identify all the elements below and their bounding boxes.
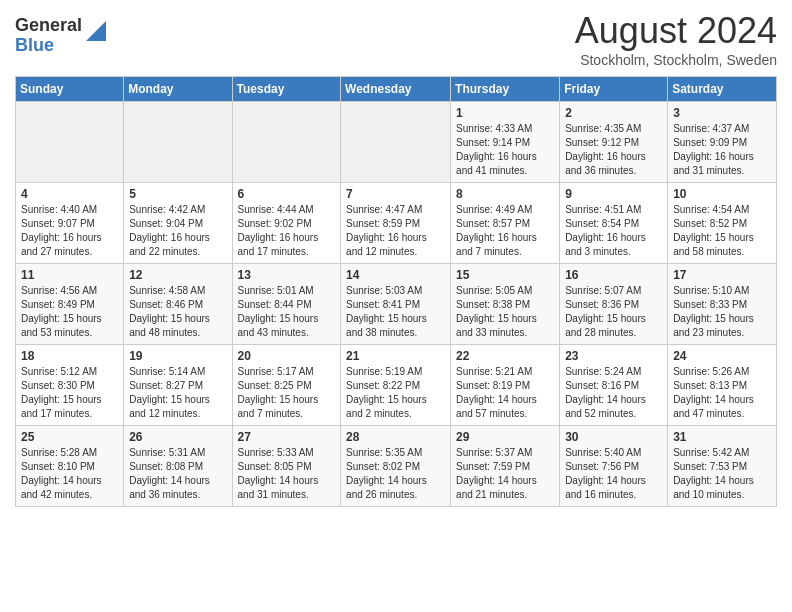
day-number: 6 <box>238 187 336 201</box>
day-info: Sunrise: 5:37 AM Sunset: 7:59 PM Dayligh… <box>456 446 554 502</box>
day-number: 3 <box>673 106 771 120</box>
weekday-header-tuesday: Tuesday <box>232 77 341 102</box>
day-number: 14 <box>346 268 445 282</box>
calendar-header: SundayMondayTuesdayWednesdayThursdayFrid… <box>16 77 777 102</box>
calendar-cell: 27Sunrise: 5:33 AM Sunset: 8:05 PM Dayli… <box>232 426 341 507</box>
day-number: 31 <box>673 430 771 444</box>
day-number: 21 <box>346 349 445 363</box>
calendar-cell: 25Sunrise: 5:28 AM Sunset: 8:10 PM Dayli… <box>16 426 124 507</box>
day-info: Sunrise: 5:31 AM Sunset: 8:08 PM Dayligh… <box>129 446 226 502</box>
day-info: Sunrise: 4:35 AM Sunset: 9:12 PM Dayligh… <box>565 122 662 178</box>
day-info: Sunrise: 5:05 AM Sunset: 8:38 PM Dayligh… <box>456 284 554 340</box>
day-number: 28 <box>346 430 445 444</box>
day-info: Sunrise: 4:44 AM Sunset: 9:02 PM Dayligh… <box>238 203 336 259</box>
day-number: 29 <box>456 430 554 444</box>
day-number: 22 <box>456 349 554 363</box>
day-info: Sunrise: 4:42 AM Sunset: 9:04 PM Dayligh… <box>129 203 226 259</box>
day-number: 9 <box>565 187 662 201</box>
calendar-cell: 31Sunrise: 5:42 AM Sunset: 7:53 PM Dayli… <box>668 426 777 507</box>
day-info: Sunrise: 5:03 AM Sunset: 8:41 PM Dayligh… <box>346 284 445 340</box>
day-info: Sunrise: 5:14 AM Sunset: 8:27 PM Dayligh… <box>129 365 226 421</box>
day-info: Sunrise: 5:12 AM Sunset: 8:30 PM Dayligh… <box>21 365 118 421</box>
calendar-week-row: 18Sunrise: 5:12 AM Sunset: 8:30 PM Dayli… <box>16 345 777 426</box>
weekday-header-saturday: Saturday <box>668 77 777 102</box>
day-number: 4 <box>21 187 118 201</box>
day-info: Sunrise: 4:51 AM Sunset: 8:54 PM Dayligh… <box>565 203 662 259</box>
day-number: 16 <box>565 268 662 282</box>
calendar-cell: 13Sunrise: 5:01 AM Sunset: 8:44 PM Dayli… <box>232 264 341 345</box>
calendar-cell: 30Sunrise: 5:40 AM Sunset: 7:56 PM Dayli… <box>560 426 668 507</box>
weekday-header-row: SundayMondayTuesdayWednesdayThursdayFrid… <box>16 77 777 102</box>
calendar-cell: 19Sunrise: 5:14 AM Sunset: 8:27 PM Dayli… <box>124 345 232 426</box>
header: General Blue August 2024 Stockholm, Stoc… <box>15 10 777 68</box>
day-info: Sunrise: 5:01 AM Sunset: 8:44 PM Dayligh… <box>238 284 336 340</box>
day-number: 24 <box>673 349 771 363</box>
day-number: 15 <box>456 268 554 282</box>
calendar-cell <box>232 102 341 183</box>
calendar-cell: 29Sunrise: 5:37 AM Sunset: 7:59 PM Dayli… <box>451 426 560 507</box>
logo-icon <box>86 21 106 41</box>
calendar-cell: 12Sunrise: 4:58 AM Sunset: 8:46 PM Dayli… <box>124 264 232 345</box>
day-number: 13 <box>238 268 336 282</box>
weekday-header-friday: Friday <box>560 77 668 102</box>
day-info: Sunrise: 5:42 AM Sunset: 7:53 PM Dayligh… <box>673 446 771 502</box>
calendar-cell: 7Sunrise: 4:47 AM Sunset: 8:59 PM Daylig… <box>341 183 451 264</box>
day-number: 27 <box>238 430 336 444</box>
calendar-cell: 5Sunrise: 4:42 AM Sunset: 9:04 PM Daylig… <box>124 183 232 264</box>
day-number: 10 <box>673 187 771 201</box>
calendar-cell: 21Sunrise: 5:19 AM Sunset: 8:22 PM Dayli… <box>341 345 451 426</box>
day-number: 20 <box>238 349 336 363</box>
day-info: Sunrise: 5:19 AM Sunset: 8:22 PM Dayligh… <box>346 365 445 421</box>
calendar-cell: 9Sunrise: 4:51 AM Sunset: 8:54 PM Daylig… <box>560 183 668 264</box>
calendar-cell: 3Sunrise: 4:37 AM Sunset: 9:09 PM Daylig… <box>668 102 777 183</box>
title-area: August 2024 Stockholm, Stockholm, Sweden <box>575 10 777 68</box>
day-number: 1 <box>456 106 554 120</box>
day-number: 7 <box>346 187 445 201</box>
day-number: 17 <box>673 268 771 282</box>
day-info: Sunrise: 5:26 AM Sunset: 8:13 PM Dayligh… <box>673 365 771 421</box>
day-info: Sunrise: 4:37 AM Sunset: 9:09 PM Dayligh… <box>673 122 771 178</box>
calendar-cell: 28Sunrise: 5:35 AM Sunset: 8:02 PM Dayli… <box>341 426 451 507</box>
calendar-cell: 23Sunrise: 5:24 AM Sunset: 8:16 PM Dayli… <box>560 345 668 426</box>
calendar-cell: 6Sunrise: 4:44 AM Sunset: 9:02 PM Daylig… <box>232 183 341 264</box>
location-subtitle: Stockholm, Stockholm, Sweden <box>575 52 777 68</box>
svg-marker-0 <box>86 21 106 41</box>
calendar-cell: 10Sunrise: 4:54 AM Sunset: 8:52 PM Dayli… <box>668 183 777 264</box>
calendar-cell: 20Sunrise: 5:17 AM Sunset: 8:25 PM Dayli… <box>232 345 341 426</box>
day-info: Sunrise: 4:40 AM Sunset: 9:07 PM Dayligh… <box>21 203 118 259</box>
day-number: 25 <box>21 430 118 444</box>
logo: General Blue <box>15 16 106 56</box>
day-info: Sunrise: 4:49 AM Sunset: 8:57 PM Dayligh… <box>456 203 554 259</box>
calendar-cell <box>124 102 232 183</box>
calendar-table: SundayMondayTuesdayWednesdayThursdayFrid… <box>15 76 777 507</box>
weekday-header-monday: Monday <box>124 77 232 102</box>
day-number: 2 <box>565 106 662 120</box>
calendar-week-row: 25Sunrise: 5:28 AM Sunset: 8:10 PM Dayli… <box>16 426 777 507</box>
day-number: 19 <box>129 349 226 363</box>
day-number: 30 <box>565 430 662 444</box>
day-number: 12 <box>129 268 226 282</box>
day-number: 11 <box>21 268 118 282</box>
day-info: Sunrise: 5:21 AM Sunset: 8:19 PM Dayligh… <box>456 365 554 421</box>
day-number: 8 <box>456 187 554 201</box>
calendar-cell: 17Sunrise: 5:10 AM Sunset: 8:33 PM Dayli… <box>668 264 777 345</box>
calendar-cell: 15Sunrise: 5:05 AM Sunset: 8:38 PM Dayli… <box>451 264 560 345</box>
calendar-week-row: 4Sunrise: 4:40 AM Sunset: 9:07 PM Daylig… <box>16 183 777 264</box>
calendar-week-row: 1Sunrise: 4:33 AM Sunset: 9:14 PM Daylig… <box>16 102 777 183</box>
calendar-cell: 16Sunrise: 5:07 AM Sunset: 8:36 PM Dayli… <box>560 264 668 345</box>
day-info: Sunrise: 4:47 AM Sunset: 8:59 PM Dayligh… <box>346 203 445 259</box>
day-info: Sunrise: 4:58 AM Sunset: 8:46 PM Dayligh… <box>129 284 226 340</box>
weekday-header-sunday: Sunday <box>16 77 124 102</box>
calendar-cell: 26Sunrise: 5:31 AM Sunset: 8:08 PM Dayli… <box>124 426 232 507</box>
calendar-cell <box>341 102 451 183</box>
day-info: Sunrise: 5:28 AM Sunset: 8:10 PM Dayligh… <box>21 446 118 502</box>
calendar-cell: 4Sunrise: 4:40 AM Sunset: 9:07 PM Daylig… <box>16 183 124 264</box>
day-number: 26 <box>129 430 226 444</box>
calendar-cell: 18Sunrise: 5:12 AM Sunset: 8:30 PM Dayli… <box>16 345 124 426</box>
calendar-cell: 8Sunrise: 4:49 AM Sunset: 8:57 PM Daylig… <box>451 183 560 264</box>
weekday-header-thursday: Thursday <box>451 77 560 102</box>
day-info: Sunrise: 5:24 AM Sunset: 8:16 PM Dayligh… <box>565 365 662 421</box>
logo-general-text: General <box>15 16 82 36</box>
calendar-cell: 11Sunrise: 4:56 AM Sunset: 8:49 PM Dayli… <box>16 264 124 345</box>
month-year-title: August 2024 <box>575 10 777 52</box>
